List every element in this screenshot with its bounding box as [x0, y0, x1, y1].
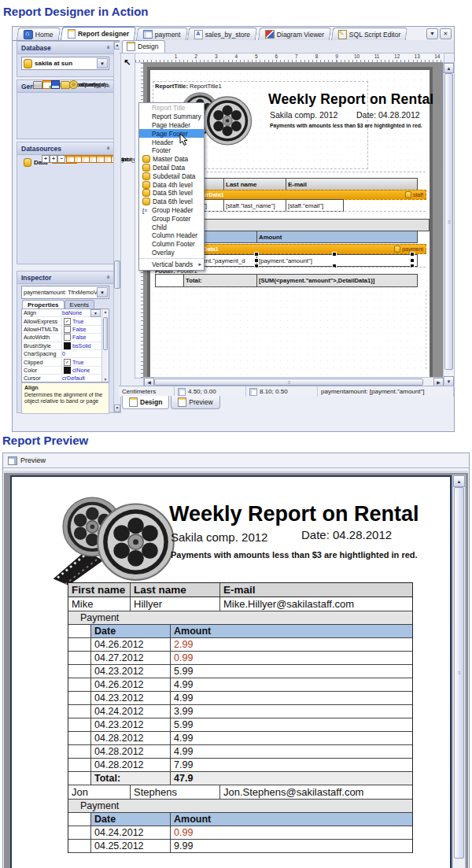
context-menu-item[interactable]: Page Footer — [139, 129, 204, 138]
payment-amount: 9.99 — [171, 840, 412, 852]
configure-icon — [69, 80, 78, 89]
context-menu-item[interactable]: Data 4th level — [139, 180, 204, 189]
dropdown-arrow-icon[interactable]: ▼ — [97, 58, 108, 68]
scrollbar-thumb[interactable] — [114, 260, 120, 289]
memo-payment-amount-selected[interactable]: [payment."amount"] — [256, 254, 418, 267]
selection-handle[interactable] — [254, 258, 259, 263]
context-menu-item[interactable]: Data 6th level — [139, 198, 204, 206]
context-menu-item[interactable]: Report Title — [139, 104, 204, 113]
property-marker[interactable] — [64, 334, 71, 341]
tree-expander-icon[interactable]: + — [42, 155, 50, 163]
context-menu-item[interactable]: Group Header — [139, 206, 204, 215]
data-band-icon — [142, 172, 150, 180]
selection-handle[interactable] — [254, 252, 259, 257]
property-row[interactable]: BrushStyle bsSolid ▼ — [22, 342, 109, 350]
preview-tab[interactable]: Preview — [20, 456, 46, 464]
context-menu-item[interactable]: Report Summary — [139, 113, 204, 121]
designer-tab[interactable]: payment — [136, 28, 188, 40]
designer-tab[interactable]: sales_by_store — [187, 28, 257, 40]
property-row[interactable]: AutoWidth False ▼ — [22, 334, 109, 342]
context-menu-item[interactable]: Subdetail Data — [139, 172, 204, 180]
selection-handle[interactable] — [410, 258, 415, 263]
table-tab-icon — [143, 30, 153, 39]
context-menu-item[interactable]: Master Data — [139, 155, 204, 164]
canvas-vertical-scrollbar[interactable]: ▲ ≡ ▼ — [443, 62, 455, 387]
column-header-cell[interactable]: Last name — [223, 178, 290, 190]
context-menu-item[interactable]: Group Footer — [139, 214, 204, 223]
tab-list-dropdown-button[interactable]: ▼ — [426, 28, 438, 39]
scroll-down-icon[interactable]: ▼ — [114, 404, 120, 412]
property-row[interactable]: AllowHTMLTa False ▼ — [22, 326, 109, 334]
property-marker[interactable] — [64, 342, 71, 349]
context-menu-item[interactable]: Header — [139, 138, 204, 146]
dropdown-arrow-icon[interactable]: ▼ — [97, 287, 108, 297]
context-menu-item[interactable]: Detail Data — [139, 164, 204, 172]
close-tab-button[interactable]: ✕ — [440, 28, 452, 39]
designer-tab[interactable]: Report designer — [60, 27, 136, 40]
context-menu-item[interactable]: Column Footer — [139, 240, 204, 249]
dropdown-arrow-icon[interactable]: ▼ — [90, 309, 101, 317]
context-menu-item[interactable]: Footer — [139, 146, 204, 155]
tree-expander-icon[interactable]: − — [57, 155, 65, 163]
general-action-item[interactable]: Configure — [69, 80, 109, 89]
designer-report-note[interactable]: Payments with amounts less than $3 are h… — [270, 123, 422, 128]
toolbar-tool-button[interactable] — [120, 56, 134, 69]
report-title-band-label[interactable]: ReportTitle: ReportTitle1 — [155, 83, 222, 90]
designer-tab-bar: Home Report designer payment sales_by_st… — [13, 27, 454, 41]
total-label-cell[interactable]: Total: — [183, 274, 261, 287]
selection-handle[interactable] — [332, 252, 337, 257]
designer-report-subtitle[interactable]: Sakila comp. 2012 — [270, 110, 337, 120]
gutter-cell — [68, 638, 91, 651]
collapse-icon[interactable]: » — [105, 46, 112, 49]
designer-view-tab[interactable]: Preview — [171, 396, 219, 409]
column-header-cell[interactable]: E-mail — [286, 178, 418, 190]
memo-staff-last-name[interactable]: [staff."last_name"] — [223, 199, 290, 212]
preview-report-note: Payments with amounts less than $3 are h… — [171, 550, 418, 560]
film-reels-image — [53, 494, 179, 589]
selection-handle[interactable] — [410, 252, 415, 257]
memo-staff-email[interactable]: [staff."email"] — [286, 199, 344, 212]
scrollbar-thumb[interactable]: ≡ — [454, 487, 464, 859]
designer-tab[interactable]: Diagram Viewer — [258, 28, 332, 40]
context-menu-item[interactable]: Data 5th level — [139, 189, 204, 198]
payment-amount: 0.99 — [171, 826, 412, 839]
preview-report-date: Date: 04.28.2012 — [301, 528, 392, 541]
database-select[interactable]: sakila at sun ▼ — [21, 57, 109, 70]
scroll-up-icon[interactable]: ▲ — [453, 475, 465, 487]
property-row[interactable]: CharSpacing 0 ▼ — [22, 350, 109, 358]
designer-view-tab[interactable]: Design — [122, 396, 169, 409]
tree-expander-icon[interactable]: + — [50, 155, 57, 163]
scrollbar-thumb[interactable]: ≡ — [444, 73, 453, 370]
property-row[interactable]: Align baNone ▼ — [22, 309, 109, 317]
property-row[interactable]: Color clNone ▼ — [22, 367, 109, 375]
detail-column-header-cell[interactable]: Amount — [256, 231, 418, 243]
payment-amount: 4.99 — [171, 692, 412, 704]
designer-tab[interactable]: SQL Script Editor — [331, 28, 408, 40]
designer-tab[interactable]: Home — [17, 28, 61, 40]
designer-report-date[interactable]: Date: 04.28.2012 — [356, 110, 420, 120]
collapse-icon[interactable]: » — [105, 147, 112, 150]
context-menu-item[interactable]: Vertical bands — [139, 258, 204, 269]
property-row[interactable]: AllowExpress True ▼ — [22, 317, 109, 325]
scrollbar-thumb[interactable]: ≡ — [154, 379, 423, 386]
data-band-icon — [142, 181, 150, 189]
scroll-up-icon[interactable]: ▲ — [444, 63, 454, 73]
designer-report-title[interactable]: Weekly Report on Rental — [268, 91, 433, 108]
property-marker[interactable] — [64, 326, 71, 333]
property-marker[interactable] — [64, 359, 71, 366]
property-row[interactable]: Clipped True ▼ — [22, 358, 109, 366]
context-menu-item[interactable]: Child — [139, 223, 204, 231]
preview-vertical-scrollbar[interactable]: ▲ ≡ — [452, 475, 466, 868]
property-marker[interactable] — [64, 367, 71, 374]
property-marker[interactable] — [64, 318, 71, 325]
context-menu-item[interactable]: Overlay — [139, 249, 204, 257]
collapse-icon[interactable]: » — [105, 276, 112, 279]
design-view-tab[interactable]: Design — [122, 40, 165, 53]
context-menu-item[interactable]: Page Header — [139, 121, 204, 130]
inspector-object-select[interactable]: paymentamount: TfrxMemoView ▼ — [21, 286, 109, 299]
total-expression-cell[interactable]: [SUM(<payment."amount">,DetailData1)] — [256, 274, 418, 287]
ruler-number: 9 — [333, 54, 341, 59]
context-menu-item[interactable]: Column Header — [139, 231, 204, 240]
property-row[interactable]: Cursor crDefault ▼ — [22, 375, 109, 382]
property-grid-scrollbar[interactable]: ▲▼ — [101, 309, 109, 382]
